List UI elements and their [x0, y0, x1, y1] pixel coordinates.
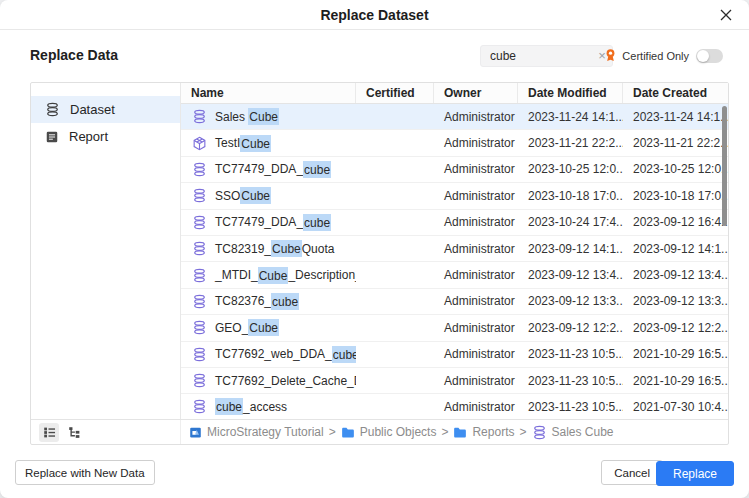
results-table: NameCertifiedOwnerDate ModifiedDate Crea…	[181, 83, 728, 419]
dataset-icon	[192, 373, 207, 388]
search-match-highlight: Cube	[258, 267, 289, 284]
replace-dataset-dialog: Replace Dataset Replace Data × Certified…	[0, 0, 749, 498]
folder-icon	[453, 426, 467, 439]
dataset-icon	[192, 347, 207, 362]
breadcrumb-item[interactable]: Sales Cube	[532, 425, 614, 440]
certified-only-label: Certified Only	[622, 50, 689, 62]
date-created-cell: 2023-10-18 17:0...	[623, 183, 728, 208]
table-row[interactable]: TC82319_CubeQuotaAdministrator2023-09-12…	[181, 236, 728, 262]
certified-cell	[356, 236, 434, 261]
column-header-certified[interactable]: Certified	[356, 83, 434, 103]
date-created-cell: 2023-09-12 12:2...	[623, 315, 728, 340]
object-browser: DatasetReport NameCertifiedOwnerDate Mod…	[30, 82, 729, 445]
list-view-button[interactable]	[39, 423, 59, 442]
search-match-highlight: cube	[215, 398, 243, 415]
owner-cell: Administrator	[434, 368, 518, 393]
page-title: Replace Data	[30, 47, 118, 63]
breadcrumb-item[interactable]: MicroStrategy Tutorial	[189, 425, 324, 439]
table-row[interactable]: SSOCubeAdministrator2023-10-18 17:0...20…	[181, 183, 728, 209]
dataset-icon	[192, 294, 207, 309]
table-row[interactable]: TestICubeAdministrator2023-11-21 22:2...…	[181, 130, 728, 156]
object-name: SSOCube	[215, 189, 271, 203]
cancel-button[interactable]: Cancel	[601, 460, 663, 485]
certified-cell	[356, 130, 434, 155]
dataset-icon	[192, 109, 207, 124]
column-header-date-modified[interactable]: Date Modified	[518, 83, 623, 103]
certified-cell	[356, 289, 434, 314]
name-cell: TC77479_DDA_cube	[181, 210, 356, 235]
type-sidebar: DatasetReport	[31, 83, 181, 419]
table-row[interactable]: GEO_CubeAdministrator2023-09-12 12:2...2…	[181, 315, 728, 341]
breadcrumb-item[interactable]: Public Objects	[341, 425, 437, 439]
date-modified-cell: 2023-10-18 17:0...	[518, 183, 623, 208]
column-header-owner[interactable]: Owner	[434, 83, 518, 103]
sidebar-item-dataset[interactable]: Dataset	[31, 96, 180, 123]
status-bar: MicroStrategy Tutorial>Public Objects>Re…	[31, 419, 728, 444]
date-modified-cell: 2023-10-24 17:4...	[518, 210, 623, 235]
certified-cell	[356, 342, 434, 367]
date-modified-cell: 2023-11-24 14:1...	[518, 104, 623, 129]
owner-cell: Administrator	[434, 130, 518, 155]
replace-with-new-data-button[interactable]: Replace with New Data	[15, 460, 155, 485]
name-cell: cube_access	[181, 394, 356, 419]
object-name: _MTDI_Cube_Description_...	[215, 268, 356, 282]
object-name: TC82319_CubeQuota	[215, 242, 334, 256]
close-icon[interactable]	[718, 7, 734, 23]
certified-cell	[356, 315, 434, 340]
breadcrumb-item[interactable]: Reports	[453, 425, 514, 439]
search-input[interactable]	[481, 49, 592, 63]
certified-cell	[356, 262, 434, 287]
column-header-name[interactable]: Name	[181, 83, 356, 103]
table-body: Sales CubeAdministrator2023-11-24 14:1..…	[181, 104, 728, 419]
date-modified-cell: 2023-09-12 12:2...	[518, 315, 623, 340]
certified-only-toggle[interactable]	[696, 49, 723, 63]
column-header-date-created[interactable]: Date Created	[623, 83, 728, 103]
owner-cell: Administrator	[434, 315, 518, 340]
table-row[interactable]: TC77692_Delete_Cache_D...Administrator20…	[181, 368, 728, 394]
dataset-icon	[192, 268, 207, 283]
date-modified-cell: 2023-11-23 10:5...	[518, 368, 623, 393]
table-row[interactable]: TC77479_DDA_cubeAdministrator2023-10-25 …	[181, 157, 728, 183]
dataset-icon	[45, 102, 60, 117]
date-modified-cell: 2023-11-21 22:2...	[518, 130, 623, 155]
table-row[interactable]: TC77479_DDA_cubeAdministrator2023-10-24 …	[181, 210, 728, 236]
search-match-highlight: cube	[271, 293, 299, 310]
dataset-icon	[192, 320, 207, 335]
breadcrumb-label: Public Objects	[360, 425, 437, 439]
breadcrumb-separator: >	[441, 425, 448, 439]
name-cell: TC77692_web_DDA_cube	[181, 342, 356, 367]
view-switcher	[31, 420, 181, 444]
date-modified-cell: 2023-11-23 10:5...	[518, 342, 623, 367]
table-header: NameCertifiedOwnerDate ModifiedDate Crea…	[181, 83, 728, 104]
date-modified-cell: 2023-09-12 13:3...	[518, 289, 623, 314]
certified-cell	[356, 104, 434, 129]
table-row[interactable]: _MTDI_Cube_Description_...Administrator2…	[181, 262, 728, 288]
folder-icon	[341, 426, 355, 439]
table-row[interactable]: cube_accessAdministrator2023-11-23 10:5.…	[181, 394, 728, 419]
vertical-scrollbar[interactable]	[722, 106, 727, 226]
breadcrumb-label: MicroStrategy Tutorial	[207, 425, 324, 439]
name-cell: TC82319_CubeQuota	[181, 236, 356, 261]
object-name: TestICube	[215, 136, 271, 150]
certified-badge-icon	[604, 48, 617, 63]
dialog-title: Replace Dataset	[0, 0, 749, 30]
table-row[interactable]: TC77692_web_DDA_cubeAdministrator2023-11…	[181, 342, 728, 368]
sidebar-item-report[interactable]: Report	[31, 123, 180, 150]
breadcrumb-separator: >	[329, 425, 336, 439]
name-cell: TC77692_Delete_Cache_D...	[181, 368, 356, 393]
search-match-highlight: cube	[303, 214, 331, 231]
owner-cell: Administrator	[434, 183, 518, 208]
date-created-cell: 2023-09-12 13:4...	[623, 262, 728, 287]
table-row[interactable]: Sales CubeAdministrator2023-11-24 14:1..…	[181, 104, 728, 130]
tree-view-button[interactable]	[64, 423, 84, 442]
date-created-cell: 2023-09-12 16:4...	[623, 210, 728, 235]
table-row[interactable]: TC82376_cubeAdministrator2023-09-12 13:3…	[181, 289, 728, 315]
certified-cell	[356, 183, 434, 208]
dataset-icon	[192, 399, 207, 414]
search-match-highlight: Cube	[240, 135, 271, 152]
date-modified-cell: 2023-09-12 14:1...	[518, 236, 623, 261]
date-modified-cell: 2023-11-23 10:5...	[518, 394, 623, 419]
search-match-highlight: Cube	[240, 187, 271, 204]
date-created-cell: 2021-10-29 16:5...	[623, 342, 728, 367]
replace-button[interactable]: Replace	[656, 461, 734, 486]
